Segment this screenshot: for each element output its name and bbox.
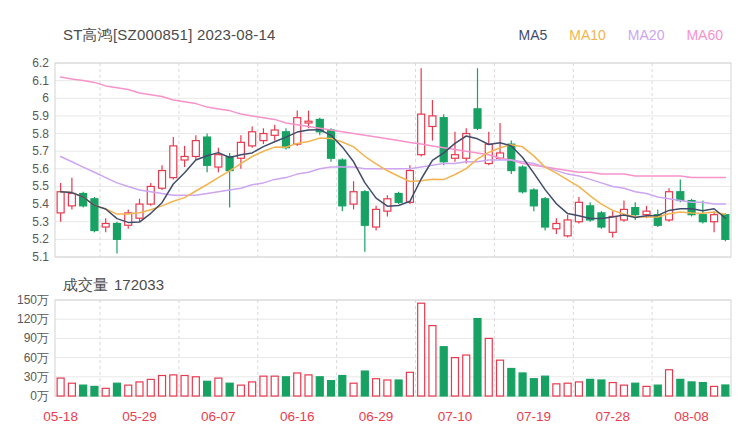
svg-text:06-16: 06-16 [280,409,315,424]
svg-text:0万: 0万 [30,389,49,403]
svg-text:5.4: 5.4 [32,197,49,211]
svg-text:07-10: 07-10 [438,409,473,424]
legend-ma60[interactable]: MA60 [686,27,723,43]
svg-text:5.8: 5.8 [32,127,49,141]
svg-text:6: 6 [42,91,49,105]
legend-ma20[interactable]: MA20 [628,27,665,43]
legend-ma10[interactable]: MA10 [569,27,606,43]
svg-text:5.5: 5.5 [32,179,49,193]
volume-value: 172033 [114,276,164,293]
svg-text:5.9: 5.9 [32,109,49,123]
svg-text:5.6: 5.6 [32,162,49,176]
legend-ma5[interactable]: MA5 [518,27,547,43]
svg-text:05-29: 05-29 [122,409,157,424]
svg-text:07-19: 07-19 [517,409,552,424]
chart-title: ST高鸿[SZ000851] 2023-08-14 [63,26,276,45]
svg-text:05-18: 05-18 [43,409,78,424]
svg-text:06-29: 06-29 [359,409,394,424]
svg-text:90万: 90万 [24,331,49,345]
volume-header: 成交量172033 [63,276,164,295]
svg-text:30万: 30万 [24,370,49,384]
svg-text:5.1: 5.1 [32,250,49,264]
candlestick-volume-chart[interactable]: 6.26.165.95.85.75.65.55.45.35.25.1150万12… [0,0,740,440]
stock-chart-panel: 6.26.165.95.85.75.65.55.45.35.25.1150万12… [0,0,740,440]
svg-text:60万: 60万 [24,351,49,365]
svg-text:06-07: 06-07 [201,409,236,424]
svg-text:120万: 120万 [17,312,49,326]
ma-legend: MA5 MA10 MA20 MA60 [518,27,723,43]
svg-text:6.1: 6.1 [32,74,49,88]
svg-text:5.7: 5.7 [32,144,49,158]
svg-text:5.2: 5.2 [32,232,49,246]
svg-text:150万: 150万 [17,293,49,307]
svg-text:6.2: 6.2 [32,56,49,70]
svg-text:08-08: 08-08 [674,409,709,424]
volume-label: 成交量 [63,276,108,293]
svg-text:07-28: 07-28 [595,409,630,424]
svg-text:5.3: 5.3 [32,215,49,229]
